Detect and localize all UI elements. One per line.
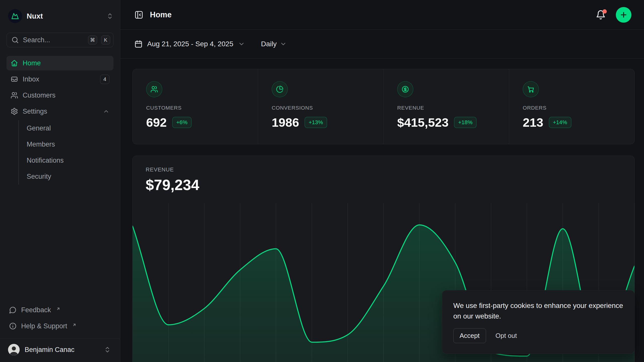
users-icon (146, 81, 162, 97)
filter-bar: Aug 21, 2025 - Sep 4, 2025 Daily (120, 30, 644, 59)
stat-revenue[interactable]: REVENUE $415,523 +18% (383, 69, 509, 144)
sidebar-item-notifications[interactable]: Notifications (19, 152, 113, 168)
nuxt-logo-icon (8, 9, 22, 23)
stat-label: ORDERS (523, 105, 634, 111)
plus-icon (620, 11, 628, 19)
help-support-link[interactable]: Help & Support (7, 319, 113, 334)
pie-chart-icon (272, 81, 288, 97)
calendar-icon (134, 40, 143, 48)
inbox-count-badge: 4 (100, 75, 109, 84)
avatar (8, 344, 20, 355)
sidebar-footer-links: Feedback Help & Support (0, 302, 120, 336)
chevrons-up-down-icon (106, 13, 113, 20)
stat-value: 213 (523, 115, 543, 129)
stat-delta-badge: +18% (454, 117, 476, 128)
granularity-value: Daily (261, 40, 277, 48)
stat-label: CUSTOMERS (146, 105, 258, 111)
sidebar-spacer (0, 185, 120, 302)
home-icon (11, 59, 18, 67)
stat-label: REVENUE (397, 105, 509, 111)
kbd-cmd: ⌘ (88, 35, 97, 44)
notifications-button[interactable] (596, 10, 606, 20)
stat-delta-badge: +14% (549, 117, 571, 128)
dollar-circle-icon (397, 81, 413, 97)
stats-card: CUSTOMERS 692 +6% CONVERSIONS 1986 +13% (132, 69, 635, 144)
stat-value: 1986 (272, 115, 299, 129)
search-input[interactable]: Search... ⌘ K (7, 33, 113, 47)
top-bar: Home (120, 0, 644, 30)
gear-icon (11, 108, 18, 115)
date-range-value: Aug 21, 2025 - Sep 4, 2025 (147, 40, 233, 48)
stat-conversions[interactable]: CONVERSIONS 1986 +13% (258, 69, 383, 144)
granularity-select[interactable]: Daily (261, 40, 287, 48)
sidebar: Nuxt Search... ⌘ K Home (0, 0, 120, 362)
chevron-up-icon (103, 108, 109, 115)
sidebar-item-home[interactable]: Home (7, 56, 113, 70)
revenue-chart-label: REVENUE (146, 166, 634, 173)
stat-value: $415,523 (397, 115, 449, 129)
stat-delta-badge: +6% (172, 117, 192, 128)
add-button[interactable] (616, 7, 631, 23)
sidebar-collapse-icon[interactable] (134, 10, 143, 19)
search-placeholder: Search... (23, 36, 84, 44)
sidebar-item-label: Settings (23, 108, 98, 115)
stat-delta-badge: +13% (305, 117, 327, 128)
users-icon (11, 92, 18, 99)
sidebar-item-security[interactable]: Security (19, 168, 113, 185)
stat-label: CONVERSIONS (272, 105, 383, 111)
stat-orders[interactable]: ORDERS 213 +14% (509, 69, 634, 144)
chevrons-up-down-icon (104, 346, 111, 353)
sidebar-item-customers[interactable]: Customers (7, 88, 113, 103)
inbox-icon (11, 75, 18, 83)
search-icon (11, 36, 19, 44)
sidebar-item-settings[interactable]: Settings (7, 104, 113, 119)
notification-dot (602, 9, 607, 14)
user-name: Benjamin Canac (25, 346, 99, 354)
cookie-message: We use first-party cookies to enhance yo… (453, 300, 623, 321)
sidebar-item-label: Customers (23, 92, 109, 99)
stat-value: 692 (146, 115, 167, 129)
revenue-chart-value: $79,234 (146, 176, 634, 194)
date-range-picker[interactable]: Aug 21, 2025 - Sep 4, 2025 (134, 40, 245, 48)
external-link-icon (72, 321, 76, 329)
stat-customers[interactable]: CUSTOMERS 692 +6% (133, 69, 258, 144)
workspace-name: Nuxt (27, 12, 102, 20)
sidebar-nav: Home Inbox 4 Customers Settings (0, 56, 120, 185)
cookie-opt-out-button[interactable]: Opt out (496, 332, 517, 340)
kbd-k: K (101, 35, 110, 44)
external-link-icon (56, 305, 60, 313)
sidebar-item-members[interactable]: Members (19, 136, 113, 152)
chevron-down-icon (238, 40, 245, 48)
sidebar-item-label: Home (23, 59, 109, 67)
message-circle-icon (9, 306, 17, 314)
sidebar-item-inbox[interactable]: Inbox 4 (7, 72, 113, 86)
main-area: Home Aug 21, 2025 - Sep 4, 2025 Daily (120, 0, 644, 362)
cookie-banner: We use first-party cookies to enhance yo… (442, 290, 635, 354)
chevron-down-icon (280, 40, 287, 48)
user-menu[interactable]: Benjamin Canac (0, 339, 120, 362)
workspace-selector[interactable]: Nuxt (0, 0, 120, 30)
app-root: Nuxt Search... ⌘ K Home (0, 0, 644, 362)
info-icon (9, 322, 17, 330)
help-support-label: Help & Support (21, 322, 67, 330)
feedback-link[interactable]: Feedback (7, 302, 113, 318)
sidebar-item-general[interactable]: General (19, 120, 113, 136)
cookie-accept-button[interactable]: Accept (453, 328, 486, 343)
shopping-cart-icon (523, 81, 539, 97)
sidebar-item-label: Inbox (23, 75, 96, 83)
feedback-label: Feedback (21, 306, 51, 314)
page-title: Home (150, 10, 589, 19)
settings-subnav: General Members Notifications Security (18, 120, 113, 185)
